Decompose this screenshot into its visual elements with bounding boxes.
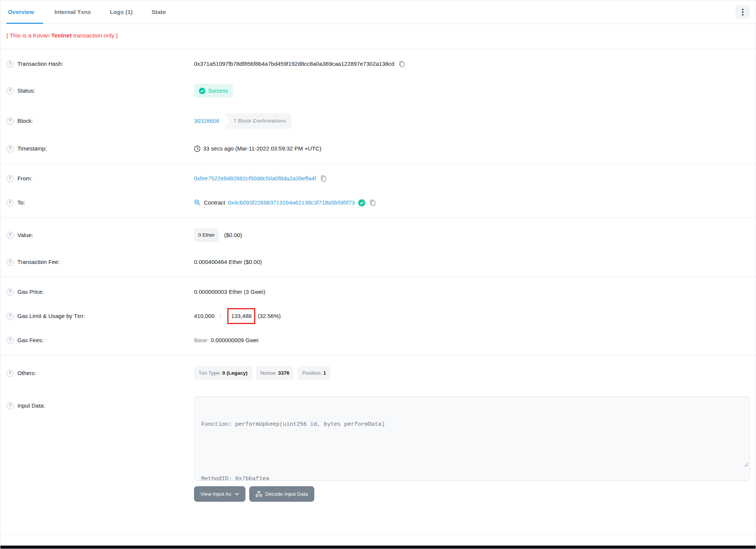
row-from: ? From: 0xfee7522e8482682cf50ddc50a0f8da…	[0, 166, 756, 191]
input-methodid-line: MethodID: 0x7bbaf1ea	[201, 475, 743, 481]
txn-type-badge: Txn Type: 0 (Legacy)	[194, 366, 252, 380]
ether-value-badge: 0 Ether	[194, 228, 219, 242]
status-badge-text: Success	[208, 87, 228, 95]
nonce-key: Nonce:	[261, 370, 277, 376]
timestamp-label: Timestamp:	[17, 144, 47, 153]
help-icon[interactable]: ?	[6, 402, 14, 409]
tab-bar: Overview Internal Txns Logs (1) State	[0, 0, 756, 24]
position-value: 1	[323, 370, 326, 376]
help-icon[interactable]: ?	[6, 118, 14, 125]
help-icon[interactable]: ?	[6, 288, 14, 296]
position-badge: Position: 1	[298, 366, 331, 380]
help-icon[interactable]: ?	[6, 60, 14, 68]
gas-price-label: Gas Price:	[17, 288, 44, 296]
input-data-textarea[interactable]: Function: performUpkeep(uint256 id, byte…	[194, 396, 750, 481]
block-number-link[interactable]: 30328606	[194, 117, 219, 125]
tab-state[interactable]: State	[144, 0, 174, 23]
value-label: Value:	[17, 231, 33, 239]
help-icon[interactable]: ?	[6, 199, 14, 206]
decode-icon	[256, 491, 262, 497]
txn-type-value: 0 (Legacy)	[222, 370, 248, 376]
testnet-notice-prefix: [ This is a Kovan	[6, 32, 51, 39]
testnet-notice-bold: Testnet	[51, 32, 72, 39]
verified-check-icon	[358, 199, 365, 206]
transaction-fee-value: 0.000400464 Ether ($0.00)	[194, 258, 262, 266]
row-input-data: ? Input Data: Function: performUpkeep(ui…	[0, 388, 756, 510]
row-value: ? Value: 0 Ether ($0.00)	[0, 220, 756, 250]
others-label: Others:	[17, 369, 36, 377]
chevron-down-icon	[235, 493, 239, 496]
txn-type-key: Txn Type:	[199, 370, 221, 376]
group-addresses: ? From: 0xfee7522e8482682cf50ddc50a0f8da…	[0, 163, 756, 217]
resize-grip[interactable]	[703, 452, 748, 479]
bottom-black-bar	[0, 546, 756, 549]
row-status: ? Status: Success	[0, 76, 756, 105]
help-icon[interactable]: ?	[6, 370, 14, 377]
help-icon[interactable]: ?	[6, 259, 14, 266]
status-badge: Success	[194, 84, 233, 98]
tab-overview[interactable]: Overview	[6, 0, 43, 23]
group-gas: ? Gas Price: 0.000000003 Ether (3 Gwei) …	[0, 277, 756, 355]
to-contract-word: Contract	[204, 199, 225, 207]
view-input-as-button[interactable]: View Input As	[194, 486, 245, 502]
transaction-fee-label: Transaction Fee:	[17, 258, 60, 266]
row-gas-fees: ? Gas Fees: Base: 0.000000009 Gwei	[0, 328, 756, 352]
to-address-link[interactable]: 0x4cb093f226983713164a62138c3f718a5b595f…	[228, 199, 355, 207]
copy-icon[interactable]	[320, 175, 327, 182]
position-key: Position:	[302, 370, 322, 376]
decode-input-data-button[interactable]: Decode Input Data	[249, 486, 315, 502]
gas-fees-label: Gas Fees:	[17, 336, 43, 344]
row-timestamp: ? Timestamp: 33 secs ago (Mar-11-2022 03…	[0, 136, 756, 161]
from-address-link[interactable]: 0xfee7522e8482682cf50ddc50a0f8da2a39effa…	[194, 174, 316, 183]
help-icon[interactable]: ?	[6, 337, 14, 344]
value-usd: ($0.00)	[224, 231, 242, 239]
gas-limit-separator: |	[220, 312, 221, 320]
group-overview-top: ? Transaction Hash: 0x371a51097fb78df856…	[0, 49, 756, 163]
transaction-hash-value: 0x371a51097fb78df856f8b4a7bd459f192d8cc8…	[194, 60, 394, 68]
input-function-line: Function: performUpkeep(uint256 id, byte…	[201, 420, 743, 429]
row-gas-limit-usage: ? Gas Limit & Usage by Txn: 410,000 | 13…	[0, 304, 756, 328]
transaction-details-card: Overview Internal Txns Logs (1) State [ …	[0, 0, 756, 549]
help-icon[interactable]: ?	[6, 175, 14, 182]
nonce-value: 3376	[278, 370, 289, 376]
from-label: From:	[17, 174, 32, 183]
check-circle-icon	[199, 88, 205, 94]
zoom-in-icon[interactable]	[194, 199, 201, 206]
gas-limit-value: 410,000	[194, 312, 214, 320]
decode-input-data-label: Decode Input Data	[265, 491, 308, 497]
gas-usage-value: 133,488	[231, 313, 251, 319]
more-options-button[interactable]	[736, 5, 750, 19]
tab-internal-txns[interactable]: Internal Txns	[47, 0, 98, 23]
tab-logs[interactable]: Logs (1)	[102, 0, 140, 23]
block-label: Block:	[17, 117, 33, 125]
block-confirmations-badge: 7 Block Confirmations	[224, 113, 292, 129]
gas-fees-base-label: Base:	[194, 336, 208, 344]
help-icon[interactable]: ?	[6, 232, 14, 239]
transaction-hash-label: Transaction Hash:	[17, 60, 63, 68]
gas-fees-base-value: 0.000000009 Gwei	[211, 336, 258, 344]
row-to: ? To: Contract 0x4cb093f226983713164a621…	[0, 191, 756, 215]
row-transaction-hash: ? Transaction Hash: 0x371a51097fb78df856…	[0, 52, 756, 76]
help-icon[interactable]: ?	[6, 313, 14, 320]
nonce-badge: Nonce: 3376	[256, 366, 294, 380]
copy-icon[interactable]	[398, 60, 405, 68]
group-value-fee: ? Value: 0 Ether ($0.00) ? Transaction F…	[0, 217, 756, 277]
row-transaction-fee: ? Transaction Fee: 0.000400464 Ether ($0…	[0, 250, 756, 274]
to-label: To:	[17, 199, 25, 207]
tabbar-spacer	[177, 0, 736, 23]
copy-icon[interactable]	[369, 199, 376, 206]
annotation-red-box: 133,488	[227, 308, 255, 324]
help-icon[interactable]: ?	[6, 145, 14, 152]
gas-price-value: 0.000000003 Ether (3 Gwei)	[194, 288, 265, 296]
footer-divider	[0, 535, 756, 535]
timestamp-value: 33 secs ago (Mar-11-2022 03:59:32 PM +UT…	[203, 144, 321, 153]
testnet-notice: [ This is a Kovan Testnet transaction on…	[0, 24, 756, 49]
help-icon[interactable]: ?	[6, 87, 14, 95]
clock-icon	[194, 146, 200, 152]
row-others: ? Others: Txn Type: 0 (Legacy) Nonce: 33…	[0, 358, 756, 388]
gas-usage-percent: (32.56%)	[258, 312, 281, 320]
group-others-input: ? Others: Txn Type: 0 (Legacy) Nonce: 33…	[0, 355, 756, 512]
testnet-notice-suffix: transaction only ]	[72, 32, 118, 39]
view-input-as-label: View Input As	[200, 491, 231, 497]
row-gas-price: ? Gas Price: 0.000000003 Ether (3 Gwei)	[0, 280, 756, 304]
